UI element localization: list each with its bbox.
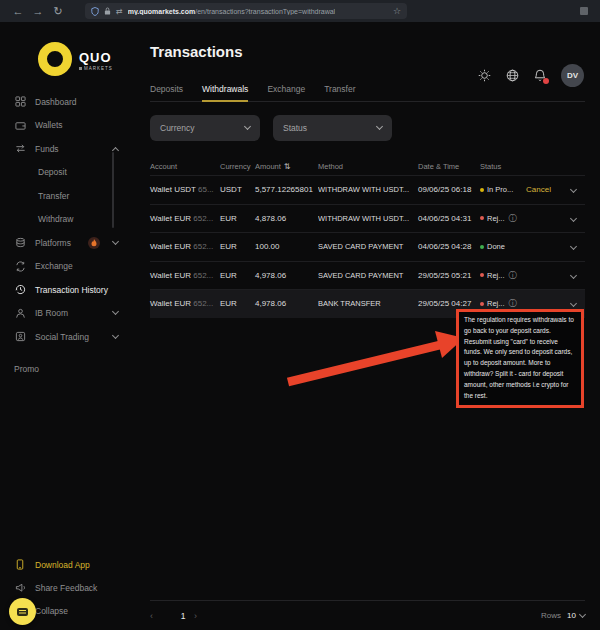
language-globe-icon[interactable]: [506, 69, 519, 82]
cell-account: Wallet EUR 652...: [150, 271, 220, 280]
prev-page-icon[interactable]: ‹: [150, 611, 172, 621]
cell-method: BANK TRANSFER: [318, 299, 418, 308]
sidebar-item-transfer[interactable]: Transfer: [0, 184, 140, 208]
sidebar-item-label: Wallets: [35, 120, 63, 130]
table-row[interactable]: Wallet EUR 652... EUR 100.00 SAVED CARD …: [150, 232, 585, 261]
browser-back-icon[interactable]: ←: [8, 5, 28, 17]
rows-per-page-label: Rows: [541, 611, 561, 620]
sidebar-item-platforms[interactable]: Platforms: [0, 231, 140, 255]
expand-row-icon[interactable]: [571, 299, 576, 308]
sidebar-item-label: Collapse: [35, 606, 68, 616]
sidebar-item-wallets[interactable]: Wallets: [0, 114, 140, 138]
cell-account: Wallet EUR 652...: [150, 242, 220, 251]
status-dot: [480, 273, 484, 277]
page-number[interactable]: 1: [172, 611, 194, 621]
expand-row-icon[interactable]: [571, 214, 576, 223]
tab-exchange[interactable]: Exchange: [267, 84, 305, 94]
brand-logo[interactable]: QUO MARKETS: [38, 42, 140, 76]
pagination: ‹ 1 › Rows 10: [150, 600, 585, 630]
chevron-down-icon: [376, 123, 383, 130]
browser-reload-icon[interactable]: ↻: [48, 5, 68, 18]
cell-status: Rej...ⓘ: [480, 298, 526, 309]
sidebar-item-label: Download App: [35, 560, 90, 570]
browser-extension-icon[interactable]: [580, 7, 588, 15]
tab-transfer[interactable]: Transfer: [324, 84, 355, 94]
column-header-datetime: Date & Time: [418, 162, 480, 171]
sort-icon[interactable]: ⇅: [284, 162, 291, 171]
sidebar-item-funds[interactable]: Funds: [0, 137, 140, 161]
address-bar[interactable]: ⇄ my.quomarkets.com/en/transactions?tran…: [85, 3, 407, 19]
sidebar-item-social-trading[interactable]: Social Trading: [0, 325, 140, 349]
bookmark-star-icon[interactable]: ☆: [393, 6, 401, 16]
cell-status: In Pro...: [480, 185, 526, 194]
sidebar-item-deposit[interactable]: Deposit: [0, 161, 140, 185]
url-path: /en/transactions?transactionType=withdra…: [195, 8, 335, 15]
theme-toggle-icon[interactable]: [478, 69, 491, 82]
expand-row-icon[interactable]: [571, 242, 576, 251]
cell-datetime: 29/05/25 05:21: [418, 271, 480, 280]
page-title: Transactions: [150, 43, 585, 60]
expand-row-icon[interactable]: [571, 271, 576, 280]
browser-toolbar: ← → ↻ ⇄ my.quomarkets.com/en/transaction…: [0, 0, 600, 22]
tab-deposits[interactable]: Deposits: [150, 84, 183, 94]
sidebar-item-label: Transfer: [38, 191, 69, 201]
chevron-down-icon: [244, 123, 251, 130]
sidebar-item-label: Promo: [14, 364, 39, 374]
cell-amount: 100.00: [255, 242, 318, 251]
sidebar-item-ib-room[interactable]: IB Room: [0, 302, 140, 326]
chat-support-button[interactable]: [9, 598, 36, 625]
expand-row-icon[interactable]: [571, 185, 576, 194]
cell-datetime: 29/05/25 04:27: [418, 299, 480, 308]
cell-amount: 4,878.06: [255, 214, 318, 223]
sidebar-item-transaction-history[interactable]: Transaction History: [0, 278, 140, 302]
sidebar-item-dashboard[interactable]: Dashboard: [0, 90, 140, 114]
wallet-icon: [14, 119, 26, 131]
column-header-amount[interactable]: Amount⇅: [255, 162, 318, 171]
table-row[interactable]: Wallet EUR 652... EUR 4,878.06 WITHDRAW …: [150, 204, 585, 233]
sidebar-item-label: Funds: [35, 144, 59, 154]
sidebar-item-label: Withdraw: [38, 214, 73, 224]
sidebar-item-label: Transaction History: [35, 285, 108, 295]
cell-currency: EUR: [220, 214, 255, 223]
translate-icon[interactable]: ⇄: [116, 7, 123, 16]
column-header-method: Method: [318, 162, 418, 171]
notifications-bell-icon[interactable]: [534, 69, 546, 82]
share-feedback-button[interactable]: Share Feedback: [0, 576, 140, 599]
sidebar-item-exchange[interactable]: Exchange: [0, 255, 140, 279]
table-row[interactable]: Wallet EUR 652... EUR 4,978.06 SAVED CAR…: [150, 261, 585, 290]
cell-amount: 5,577.12265801: [255, 185, 318, 194]
column-header-currency: Currency: [220, 162, 255, 171]
platforms-icon: [14, 237, 26, 249]
sidebar: QUO MARKETS Dashboard Wallets Funds Depo…: [0, 22, 140, 630]
url-text: my.quomarkets.com/en/transactions?transa…: [128, 8, 335, 15]
cell-status: Rej...ⓘ: [480, 270, 526, 281]
status-dot: [480, 302, 484, 306]
chevron-down-icon: [112, 308, 119, 315]
cell-account: Wallet USDT 65...: [150, 185, 220, 194]
cell-method: SAVED CARD PAYMENT: [318, 242, 418, 251]
info-icon[interactable]: ⓘ: [509, 213, 517, 224]
sidebar-scrollbar[interactable]: [112, 152, 114, 228]
cell-account: Wallet EUR 652...: [150, 299, 220, 308]
info-icon[interactable]: ⓘ: [509, 270, 517, 281]
currency-filter-select[interactable]: Currency: [150, 115, 260, 141]
sidebar-item-label: Dashboard: [35, 97, 77, 107]
sidebar-item-label: Exchange: [35, 261, 73, 271]
table-row[interactable]: Wallet USDT 65... USDT 5,577.12265801 WI…: [150, 175, 585, 204]
cell-method: WITHDRAW WITH USDT...: [318, 185, 418, 194]
cancel-withdrawal-link[interactable]: Cancel: [526, 185, 562, 194]
download-app-button[interactable]: Download App: [0, 553, 140, 576]
rows-per-page-select[interactable]: 10: [567, 611, 585, 620]
next-page-icon[interactable]: ›: [194, 611, 216, 621]
cell-status: Done: [480, 242, 526, 251]
column-header-account: Account: [150, 162, 220, 171]
info-icon[interactable]: ⓘ: [509, 298, 517, 309]
status-filter-select[interactable]: Status: [273, 115, 392, 141]
currency-filter-label: Currency: [160, 123, 194, 133]
rejection-reason-tooltip: The regulation requires withdrawals to g…: [456, 309, 584, 408]
tab-withdrawals[interactable]: Withdrawals: [202, 84, 248, 94]
sidebar-item-promo[interactable]: Promo: [0, 358, 140, 382]
avatar[interactable]: DV: [561, 64, 584, 87]
browser-forward-icon[interactable]: →: [28, 5, 48, 17]
sidebar-item-withdraw[interactable]: Withdraw: [0, 208, 140, 232]
